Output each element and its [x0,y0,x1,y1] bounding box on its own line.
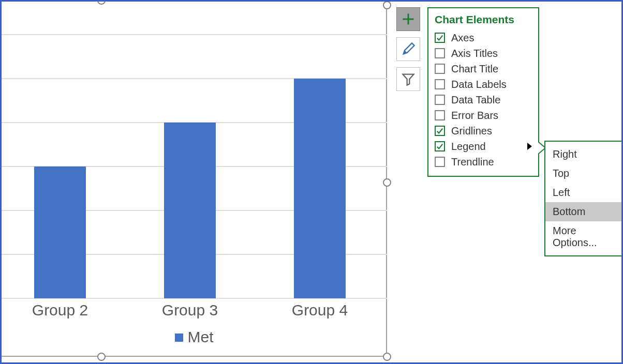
plot-area [2,5,387,298]
checkbox[interactable] [435,126,445,136]
app-frame: Group 2Group 3Group 4 Met [0,0,623,364]
checkbox[interactable] [435,157,445,167]
option-label: Legend [451,141,524,153]
chart-elements-flyout: Chart Elements AxesAxis TitlesChart Titl… [427,7,539,177]
bar-series[interactable] [2,5,387,298]
selection-handle[interactable] [97,0,106,5]
check-icon [436,143,443,150]
option-label: Data Labels [451,79,532,90]
option-label: Error Bars [451,110,532,122]
legend-position-submenu: RightTopLeftBottomMore Options... [544,141,623,256]
selection-handle[interactable] [383,353,391,361]
bar[interactable] [164,123,216,298]
legend-position-option[interactable]: Bottom [545,202,623,221]
checkbox[interactable] [435,64,445,74]
selection-handle[interactable] [383,178,391,187]
legend-swatch [175,333,183,342]
chart-element-option[interactable]: Gridlines [435,123,532,139]
brush-icon [401,42,416,56]
funnel-icon [401,72,416,86]
chart-element-option[interactable]: Legend [435,139,532,154]
submenu-arrow-icon [527,143,532,150]
chart-styles-button[interactable] [396,37,420,61]
option-label: Chart Title [451,63,532,75]
bar[interactable] [34,166,86,298]
bar[interactable] [294,79,346,298]
legend-position-option[interactable]: Right [545,145,623,164]
chart-element-option[interactable]: Chart Title [435,61,532,77]
check-icon [436,127,443,134]
checkbox[interactable] [435,110,445,120]
flyout-title: Chart Elements [435,13,532,26]
x-axis-labels: Group 2Group 3Group 4 [2,301,387,322]
checkbox[interactable] [435,141,445,151]
x-axis-label: Group 4 [278,301,361,319]
chart-element-option[interactable]: Error Bars [435,108,532,123]
option-label: Data Table [451,94,532,106]
x-axis-label: Group 3 [149,301,231,319]
checkbox[interactable] [435,48,445,58]
chart-element-option[interactable]: Axes [435,30,532,46]
legend-position-option[interactable]: More Options... [545,221,623,252]
check-icon [436,34,443,41]
option-label: Axis Titles [451,48,532,59]
x-axis-label: Group 2 [19,301,101,319]
chart-element-option[interactable]: Data Table [435,92,532,108]
option-label: Gridlines [451,125,532,137]
legend[interactable]: Met [2,328,387,346]
chart-elements-button[interactable] [396,7,420,31]
plus-icon [401,12,416,26]
checkbox[interactable] [435,33,445,43]
chart-element-option[interactable]: Axis Titles [435,46,532,61]
checkbox[interactable] [435,79,445,89]
option-label: Axes [451,32,532,44]
selection-handle[interactable] [97,353,106,361]
legend-position-option[interactable]: Left [545,183,623,202]
chart-filter-button[interactable] [396,67,420,91]
option-label: Trendline [451,156,532,168]
selection-handle[interactable] [383,1,391,9]
legend-position-option[interactable]: Top [545,164,623,183]
chart-object[interactable]: Group 2Group 3Group 4 Met [2,5,387,357]
chart-element-option[interactable]: Trendline [435,154,532,170]
chart-tools [396,7,420,97]
chart-element-option[interactable]: Data Labels [435,77,532,92]
checkbox[interactable] [435,95,445,105]
legend-label: Met [187,328,213,345]
